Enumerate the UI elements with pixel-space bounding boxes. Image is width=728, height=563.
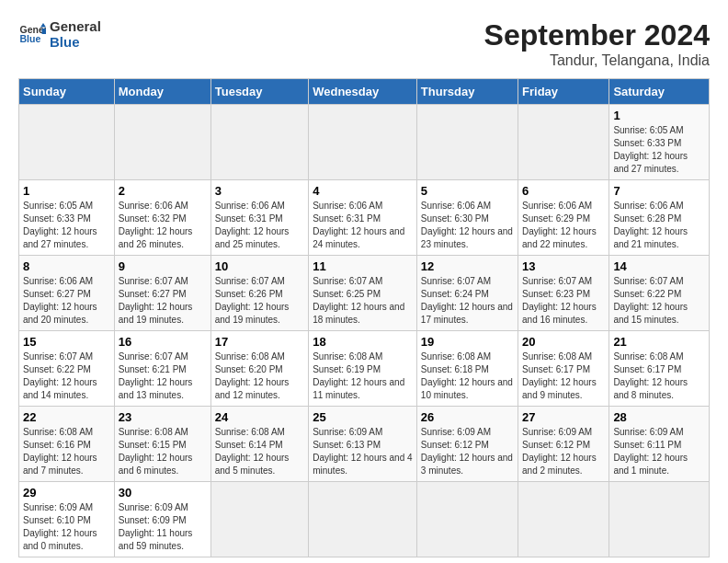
calendar-cell: 14 Sunrise: 6:07 AMSunset: 6:22 PMDaylig… [609,256,710,331]
day-number: 22 [23,410,110,424]
day-number: 10 [215,259,304,273]
day-number: 6 [522,184,605,198]
day-info: Sunrise: 6:09 AMSunset: 6:12 PMDaylight:… [522,426,605,477]
calendar-cell [210,105,308,180]
day-info: Sunrise: 6:07 AMSunset: 6:22 PMDaylight:… [23,350,110,402]
calendar-cell: 12 Sunrise: 6:07 AMSunset: 6:24 PMDaylig… [416,256,518,331]
day-info: Sunrise: 6:06 AMSunset: 6:31 PMDaylight:… [313,200,413,251]
day-number: 18 [313,335,413,349]
logo-icon: General Blue [18,20,46,48]
calendar-cell: 9 Sunrise: 6:07 AMSunset: 6:27 PMDayligh… [114,256,210,331]
header-friday: Friday [518,79,609,105]
calendar-cell [114,105,210,180]
day-number: 3 [215,184,304,198]
day-info: Sunrise: 6:06 AMSunset: 6:30 PMDaylight:… [421,200,514,251]
day-info: Sunrise: 6:05 AMSunset: 6:33 PMDaylight:… [23,200,110,251]
day-number: 21 [613,335,705,349]
header-thursday: Thursday [416,79,518,105]
calendar-cell: 18 Sunrise: 6:08 AMSunset: 6:19 PMDaylig… [309,331,417,407]
calendar-cell [309,482,417,557]
calendar-cell: 19 Sunrise: 6:08 AMSunset: 6:18 PMDaylig… [416,331,518,407]
day-number: 17 [215,335,304,349]
calendar-cell: 6 Sunrise: 6:06 AMSunset: 6:29 PMDayligh… [518,180,609,256]
day-info: Sunrise: 6:07 AMSunset: 6:27 PMDaylight:… [119,275,207,327]
page-header: General Blue General Blue September 2024… [18,18,710,69]
logo-line2: Blue [50,34,101,50]
day-number: 13 [522,259,605,273]
calendar-cell: 11 Sunrise: 6:07 AMSunset: 6:25 PMDaylig… [309,256,417,331]
calendar-week-3: 8 Sunrise: 6:06 AMSunset: 6:27 PMDayligh… [19,256,710,331]
calendar-cell: 16 Sunrise: 6:07 AMSunset: 6:21 PMDaylig… [114,331,210,407]
day-info: Sunrise: 6:09 AMSunset: 6:13 PMDaylight:… [313,426,413,477]
calendar-week-4: 15 Sunrise: 6:07 AMSunset: 6:22 PMDaylig… [19,331,710,407]
day-number: 19 [421,335,514,349]
calendar-week-2: 1 Sunrise: 6:05 AMSunset: 6:33 PMDayligh… [19,180,710,256]
calendar-cell: 7 Sunrise: 6:06 AMSunset: 6:28 PMDayligh… [609,180,710,256]
day-info: Sunrise: 6:08 AMSunset: 6:17 PMDaylight:… [613,350,705,402]
day-info: Sunrise: 6:07 AMSunset: 6:22 PMDaylight:… [613,275,705,327]
header-tuesday: Tuesday [210,79,308,105]
day-number: 23 [119,410,207,424]
day-info: Sunrise: 6:08 AMSunset: 6:14 PMDaylight:… [215,426,304,477]
day-number: 26 [421,410,514,424]
calendar-header-row: SundayMondayTuesdayWednesdayThursdayFrid… [19,79,710,105]
calendar-cell: 3 Sunrise: 6:06 AMSunset: 6:31 PMDayligh… [210,180,308,256]
calendar-title: September 2024 [484,18,710,52]
calendar-cell [416,105,518,180]
day-number: 9 [119,259,207,273]
header-wednesday: Wednesday [309,79,417,105]
calendar-cell: 25 Sunrise: 6:09 AMSunset: 6:13 PMDaylig… [309,407,417,482]
day-number: 16 [119,335,207,349]
day-number: 1 [613,109,705,122]
day-number: 28 [613,410,705,424]
day-info: Sunrise: 6:06 AMSunset: 6:31 PMDaylight:… [215,200,304,251]
calendar-cell [518,105,609,180]
day-number: 27 [522,410,605,424]
calendar-subtitle: Tandur, Telangana, India [484,52,710,69]
day-info: Sunrise: 6:06 AMSunset: 6:28 PMDaylight:… [613,200,705,251]
calendar-cell [210,482,308,557]
day-info: Sunrise: 6:08 AMSunset: 6:17 PMDaylight:… [522,350,605,402]
calendar-cell: 10 Sunrise: 6:07 AMSunset: 6:26 PMDaylig… [210,256,308,331]
calendar-cell: 22 Sunrise: 6:08 AMSunset: 6:16 PMDaylig… [19,407,115,482]
calendar-cell: 26 Sunrise: 6:09 AMSunset: 6:12 PMDaylig… [416,407,518,482]
calendar-cell: 30 Sunrise: 6:09 AMSunset: 6:09 PMDaylig… [114,482,210,557]
svg-marker-3 [42,29,47,34]
day-info: Sunrise: 6:08 AMSunset: 6:18 PMDaylight:… [421,350,514,402]
calendar-cell: 27 Sunrise: 6:09 AMSunset: 6:12 PMDaylig… [518,407,609,482]
header-sunday: Sunday [19,79,115,105]
day-number: 20 [522,335,605,349]
calendar-table: SundayMondayTuesdayWednesdayThursdayFrid… [18,78,710,557]
day-info: Sunrise: 6:09 AMSunset: 6:10 PMDaylight:… [23,501,110,553]
day-number: 14 [613,259,705,273]
day-number: 4 [313,184,413,198]
calendar-cell [416,482,518,557]
day-info: Sunrise: 6:06 AMSunset: 6:27 PMDaylight:… [23,275,110,327]
calendar-week-1: 1 Sunrise: 6:05 AMSunset: 6:33 PMDayligh… [19,105,710,180]
calendar-cell: 2 Sunrise: 6:06 AMSunset: 6:32 PMDayligh… [114,180,210,256]
day-info: Sunrise: 6:07 AMSunset: 6:23 PMDaylight:… [522,275,605,327]
day-info: Sunrise: 6:06 AMSunset: 6:29 PMDaylight:… [522,200,605,251]
svg-text:Blue: Blue [20,33,41,44]
calendar-cell: 24 Sunrise: 6:08 AMSunset: 6:14 PMDaylig… [210,407,308,482]
calendar-cell: 29 Sunrise: 6:09 AMSunset: 6:10 PMDaylig… [19,482,115,557]
day-number: 30 [119,486,207,500]
day-info: Sunrise: 6:06 AMSunset: 6:32 PMDaylight:… [119,200,207,251]
day-info: Sunrise: 6:08 AMSunset: 6:20 PMDaylight:… [215,350,304,402]
day-number: 5 [421,184,514,198]
calendar-cell: 21 Sunrise: 6:08 AMSunset: 6:17 PMDaylig… [609,331,710,407]
calendar-cell: 20 Sunrise: 6:08 AMSunset: 6:17 PMDaylig… [518,331,609,407]
day-info: Sunrise: 6:05 AMSunset: 6:33 PMDaylight:… [613,124,705,176]
calendar-cell: 4 Sunrise: 6:06 AMSunset: 6:31 PMDayligh… [309,180,417,256]
day-info: Sunrise: 6:07 AMSunset: 6:25 PMDaylight:… [313,275,413,327]
logo-line1: General [50,18,101,34]
day-number: 12 [421,259,514,273]
calendar-cell [518,482,609,557]
day-info: Sunrise: 6:09 AMSunset: 6:12 PMDaylight:… [421,426,514,477]
day-info: Sunrise: 6:08 AMSunset: 6:19 PMDaylight:… [313,350,413,402]
calendar-week-5: 22 Sunrise: 6:08 AMSunset: 6:16 PMDaylig… [19,407,710,482]
calendar-cell [309,105,417,180]
title-block: September 2024 Tandur, Telangana, India [484,18,710,69]
day-info: Sunrise: 6:09 AMSunset: 6:09 PMDaylight:… [119,501,207,553]
calendar-cell: 13 Sunrise: 6:07 AMSunset: 6:23 PMDaylig… [518,256,609,331]
